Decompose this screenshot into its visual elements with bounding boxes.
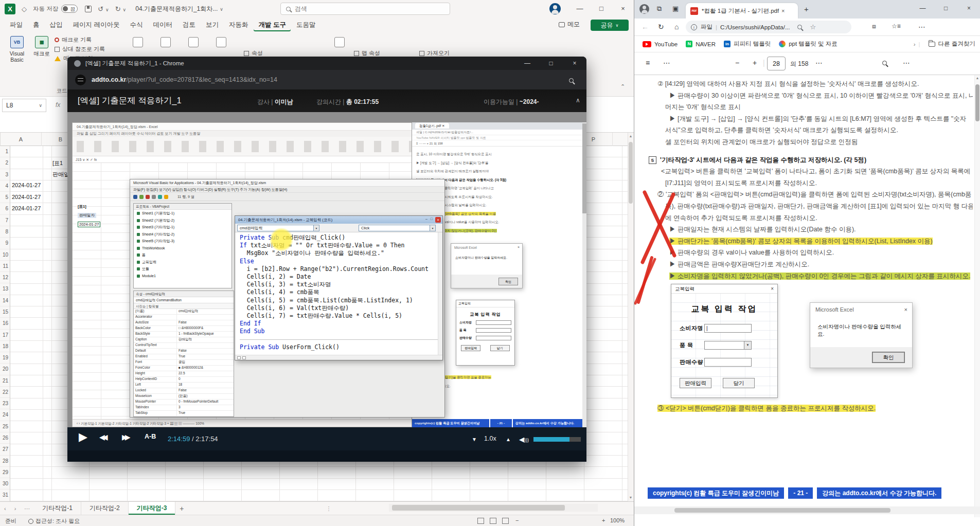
edge-close-button[interactable]: × <box>957 0 980 16</box>
excel-maximize-button[interactable]: □ <box>591 0 612 17</box>
row-header[interactable]: 30 <box>0 478 10 489</box>
toc-icon[interactable]: ≡ <box>646 59 650 67</box>
user-avatar[interactable] <box>549 3 561 14</box>
scroll-down-icon[interactable]: ▼ <box>628 495 634 501</box>
pdf-scrollbar-thumb[interactable] <box>975 84 979 121</box>
pdf-page[interactable]: ② [I4:I29] 영역에 대하여 사용자 지정 표시 형식을 설정하는 '숫… <box>634 75 980 526</box>
property-row[interactable]: HelpContextID0 <box>134 377 234 383</box>
record-macro-button[interactable]: 매크로 기록 <box>55 36 92 44</box>
volume-slider-track[interactable] <box>569 437 581 442</box>
page-url[interactable]: addto.co.kr/player/?ul_code=207817&lec_s… <box>92 76 277 83</box>
sheet-tab[interactable]: 기타작업-2 <box>81 502 129 515</box>
other-favorites-button[interactable]: 다른 즐겨찾기 <box>929 40 975 48</box>
column-header[interactable]: A <box>1 133 42 146</box>
project-tree-item[interactable]: Module1 <box>134 273 231 280</box>
sheet-tab[interactable]: 기타작업-1 <box>34 502 81 515</box>
excel-close-button[interactable]: × <box>612 0 634 17</box>
ribbon-tab[interactable]: 홈 <box>28 19 44 31</box>
row-header[interactable]: 9 <box>0 238 10 249</box>
ribbon-tab[interactable]: 파일 <box>5 19 27 31</box>
zoom-indicator-icon[interactable] <box>797 25 802 29</box>
more-options-icon[interactable]: ⋯ <box>918 23 925 31</box>
cell-a5[interactable]: 2024-01-27 <box>12 194 41 200</box>
vertical-scrollbar-thumb[interactable] <box>629 142 633 204</box>
ribbon-collapse-icon[interactable]: ⌃ <box>620 83 625 90</box>
back-icon[interactable]: ← <box>642 23 649 31</box>
autosave-toggle[interactable]: 자동 저장 끔 <box>33 5 78 13</box>
import-button[interactable]: 가져오기 <box>419 49 450 57</box>
favorite-star-icon[interactable]: ☆ <box>810 23 816 31</box>
pdf-more-icon[interactable]: ⋯ <box>903 59 910 67</box>
row-header[interactable]: 23 <box>0 398 10 409</box>
project-tree-item[interactable]: Sheet1 (기본작업-1) <box>134 210 231 217</box>
project-tree-item[interactable]: ThisWorkbook <box>134 245 231 252</box>
relative-reference-button[interactable]: 상대 참조로 기록 <box>55 45 105 53</box>
scroll-up-icon[interactable]: ▲ <box>628 133 634 139</box>
xml-source-icon[interactable] <box>334 37 345 47</box>
property-row[interactable]: Caption판매입력 <box>134 337 234 343</box>
row-header[interactable]: 15 <box>0 306 10 318</box>
workbook-title[interactable]: 04.기출문제적응하기_1회차...∨ <box>135 5 223 13</box>
page-number-input[interactable]: 28 <box>767 57 786 70</box>
row-header[interactable]: 2 <box>0 157 10 169</box>
property-row[interactable]: AutoSizeFalse <box>134 320 234 326</box>
event-dropdown[interactable]: Click▼ <box>359 225 436 231</box>
chrome-maximize-button[interactable]: □ <box>539 57 563 70</box>
ribbon-tab[interactable]: 검토 <box>178 19 200 31</box>
excel-search-input[interactable]: 검색 <box>280 3 450 15</box>
refresh-icon[interactable]: ↻ <box>658 23 664 31</box>
row-header[interactable]: 24 <box>0 409 10 421</box>
property-row[interactable]: Height22.5 <box>134 371 234 377</box>
pdf-search-icon[interactable] <box>882 59 887 67</box>
property-row[interactable]: ForeColor■ &H80000012& <box>134 366 234 371</box>
add-sheet-icon[interactable]: + <box>175 502 188 515</box>
macros-button[interactable]: ▦ 매크로 <box>30 36 54 57</box>
row-header[interactable]: 18 <box>0 341 10 352</box>
code-scrollbar[interactable] <box>438 232 442 355</box>
save-icon[interactable] <box>85 6 92 12</box>
map-properties-button[interactable]: 맵 속성 <box>354 49 380 57</box>
page-layout-view-icon[interactable] <box>490 518 496 524</box>
row-header[interactable]: 3 <box>0 169 10 180</box>
site-settings-icon[interactable] <box>75 75 86 85</box>
property-row[interactable]: MousePointer0 - fmMousePointerDefault <box>134 400 234 405</box>
design-mode-icon[interactable] <box>216 37 226 47</box>
code-window-close-icon[interactable]: × <box>435 217 441 223</box>
volume-icon[interactable]: ◀))) <box>519 436 529 443</box>
cell-a4[interactable]: 2024-01-27 <box>12 182 41 188</box>
chrome-address-bar[interactable]: addto.co.kr/player/?ul_code=207817&lec_s… <box>67 70 586 89</box>
row-header[interactable]: 16 <box>0 318 10 329</box>
row-header[interactable]: 31 <box>0 489 10 501</box>
favorite-youtube[interactable]: YouTube <box>643 41 678 47</box>
comments-button[interactable]: 메모 <box>559 20 580 29</box>
rewind-button[interactable]: ◀◀ <box>99 433 105 441</box>
pdf-vertical-scrollbar[interactable] <box>974 75 980 517</box>
cell-a6[interactable]: 2024-01-27 <box>12 205 41 211</box>
row-header[interactable]: 11 <box>0 261 10 272</box>
ribbon-tab[interactable]: 자동화 <box>224 19 253 31</box>
favorite-ppt-materials[interactable]: ppt 템플릿 및 자료 <box>779 40 838 48</box>
property-row[interactable]: DefaultFalse <box>134 349 234 354</box>
redo-icon[interactable]: ↻∨ <box>115 5 127 13</box>
playback-speed[interactable]: 1.0x <box>484 435 496 442</box>
collections-icon[interactable]: ⧈ <box>872 23 876 30</box>
project-tree-item[interactable]: Sheet2 (기본작업-2) <box>134 217 231 224</box>
property-row[interactable]: BackStyle1 - fmBackStyleOpaque <box>134 332 234 337</box>
video-viewport[interactable]: 04.기출문제적응하기_1회차(14)_정답.xlsm - Excel 파일 홈… <box>67 112 586 427</box>
project-tree-item[interactable]: Sheet3 (기타작업-1) <box>134 224 231 231</box>
excel-minimize-button[interactable]: — <box>569 0 591 17</box>
row-header[interactable]: 21 <box>0 375 10 387</box>
tab-close-icon[interactable]: × <box>781 8 785 14</box>
property-row[interactable]: Accelerator <box>134 315 234 320</box>
property-row[interactable]: EnabledTrue <box>134 354 234 360</box>
page-info-icon[interactable]: i <box>691 24 697 30</box>
pdf-scroll-up-icon[interactable]: ▲ <box>974 76 980 80</box>
visual-basic-button[interactable]: VB Visual Basic <box>5 36 29 63</box>
properties-object-combo[interactable]: cmd판매입력 CommandButton <box>134 297 234 303</box>
sheet-tab[interactable]: 기타작업-3 <box>129 502 176 515</box>
accessibility-status[interactable]: 접근성: 조사 필요 <box>28 517 80 525</box>
ribbon-tab[interactable]: 개발 도구 <box>254 19 290 31</box>
chrome-close-button[interactable]: × <box>563 57 586 70</box>
row-header[interactable]: 25 <box>0 421 10 432</box>
project-tree-item[interactable]: Sheet5 (기타작업-3) <box>134 238 231 245</box>
